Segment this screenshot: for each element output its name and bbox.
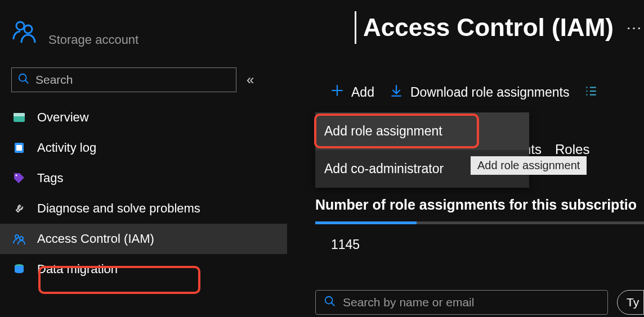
search-icon xyxy=(324,295,336,310)
svg-point-0 xyxy=(16,22,24,30)
wrench-icon xyxy=(11,202,27,215)
sidebar-nav: Overview Activity log Tags Diagnose and … xyxy=(0,102,287,284)
people-icon xyxy=(11,17,38,47)
svg-point-9 xyxy=(15,235,19,238)
progress-bar xyxy=(315,221,644,224)
list-icon xyxy=(584,83,598,101)
more-icon[interactable]: ⋯ xyxy=(626,19,642,37)
sidebar-item-label: Data migration xyxy=(37,262,118,277)
search-icon xyxy=(17,73,30,88)
svg-point-22 xyxy=(325,296,333,304)
sidebar-item-data-migration[interactable]: Data migration xyxy=(0,254,287,284)
tabs: nts Roles xyxy=(524,142,589,157)
svg-rect-7 xyxy=(16,145,22,151)
sidebar-item-access-control[interactable]: Access Control (IAM) xyxy=(0,224,287,254)
type-filter-button[interactable]: Ty xyxy=(617,290,644,315)
toolbar: Add Download role assignments xyxy=(315,83,644,101)
tag-icon xyxy=(11,171,27,185)
database-icon xyxy=(11,262,27,276)
resource-header: Storage account xyxy=(0,0,287,47)
sidebar-item-label: Activity log xyxy=(37,141,96,155)
sidebar: Storage account « Overview Activity log xyxy=(0,0,287,317)
svg-line-3 xyxy=(25,80,29,83)
add-button[interactable]: Add xyxy=(330,83,374,101)
tooltip: Add role assignment xyxy=(471,156,587,175)
sidebar-item-label: Overview xyxy=(37,110,89,125)
sidebar-item-label: Tags xyxy=(37,171,63,185)
svg-rect-5 xyxy=(14,113,25,116)
add-dropdown: Add role assignment Add co-administrator xyxy=(315,112,529,188)
sidebar-item-activity-log[interactable]: Activity log xyxy=(0,133,287,163)
name-email-input[interactable] xyxy=(343,296,600,309)
list-button[interactable] xyxy=(584,83,598,101)
download-label: Download role assignments xyxy=(410,85,570,100)
section-heading: Number of role assignments for this subs… xyxy=(315,197,637,213)
plus-icon xyxy=(330,83,345,101)
title-divider xyxy=(355,11,356,44)
sidebar-item-label: Access Control (IAM) xyxy=(37,232,154,246)
progress-fill xyxy=(315,221,417,224)
sidebar-item-tags[interactable]: Tags xyxy=(0,163,287,193)
name-email-search[interactable] xyxy=(315,290,608,315)
add-label: Add xyxy=(351,85,374,100)
title-row: Access Control (IAM) ⋯ xyxy=(315,11,644,44)
sidebar-item-diagnose[interactable]: Diagnose and solve problems xyxy=(0,193,287,224)
main-content: Access Control (IAM) ⋯ Add Download role… xyxy=(315,0,644,317)
type-filter-label: Ty xyxy=(627,296,639,309)
sidebar-search-input[interactable] xyxy=(35,73,230,87)
svg-line-23 xyxy=(332,302,335,306)
svg-point-1 xyxy=(24,25,32,33)
sidebar-item-label: Diagnose and solve problems xyxy=(37,201,200,216)
download-button[interactable]: Download role assignments xyxy=(389,83,570,101)
assignment-count: 1145 xyxy=(331,237,360,252)
sidebar-search[interactable] xyxy=(11,67,236,92)
svg-point-8 xyxy=(16,175,17,176)
download-icon xyxy=(389,83,404,101)
sidebar-item-overview[interactable]: Overview xyxy=(0,102,287,133)
sidebar-search-row: « xyxy=(11,67,287,92)
resource-type: Storage account xyxy=(48,33,138,47)
svg-point-2 xyxy=(19,74,26,81)
page-title: Access Control (IAM) xyxy=(363,13,614,42)
svg-point-10 xyxy=(20,237,23,240)
people-small-icon xyxy=(11,232,27,246)
dropdown-add-role-assignment[interactable]: Add role assignment xyxy=(315,112,529,150)
collapse-icon[interactable]: « xyxy=(247,72,254,88)
activity-log-icon xyxy=(11,141,27,155)
tab-roles[interactable]: Roles xyxy=(555,142,589,157)
overview-icon xyxy=(11,111,27,124)
